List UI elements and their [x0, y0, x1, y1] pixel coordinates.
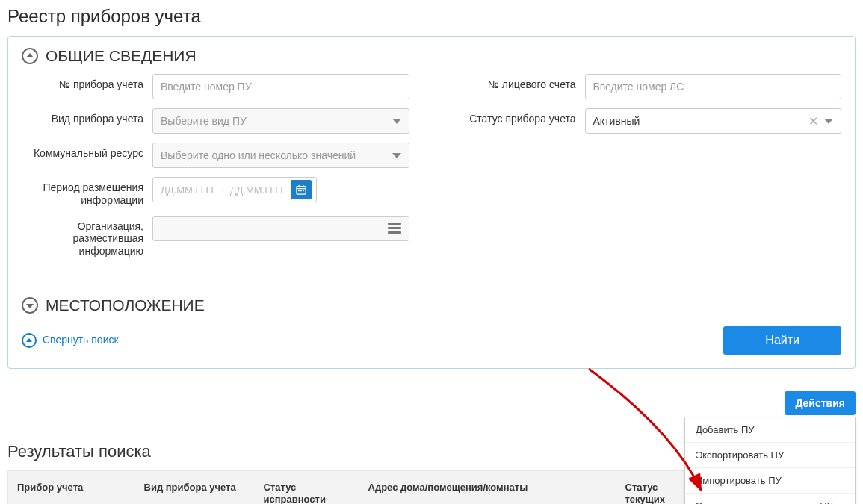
- date-from-placeholder: ДД.ММ.ГГГГ: [161, 184, 217, 196]
- resource-select[interactable]: Выберите одно или несколько значений: [152, 143, 409, 168]
- col-status: Статус исправности: [255, 470, 359, 504]
- label-org: Организация, разместившая информацию: [22, 216, 152, 258]
- section-location-header[interactable]: МЕСТОПОЛОЖЕНИЕ: [22, 296, 841, 314]
- account-no-input[interactable]: [585, 74, 842, 99]
- section-general-title: ОБЩИЕ СВЕДЕНИЯ: [46, 47, 197, 65]
- svg-rect-6: [303, 190, 304, 191]
- chevron-down-icon: [824, 119, 833, 124]
- section-general-header[interactable]: ОБЩИЕ СВЕДЕНИЯ: [22, 47, 841, 65]
- org-select[interactable]: [152, 216, 409, 241]
- actions-dropdown: Добавить ПУ Экспортировать ПУ Импортиров…: [684, 417, 856, 504]
- svg-rect-3: [303, 185, 303, 187]
- chevron-down-icon: [392, 119, 401, 124]
- action-item-import-pu[interactable]: Импортировать ПУ: [685, 468, 855, 494]
- action-item-add-pu[interactable]: Добавить ПУ: [685, 417, 855, 443]
- svg-rect-2: [299, 185, 300, 187]
- chevron-down-icon: [22, 297, 38, 314]
- label-account-no: № лицевого счета: [454, 74, 585, 99]
- panel-footer: Свернуть поиск Найти: [22, 326, 841, 355]
- col-meter-type: Вид прибора учета: [135, 470, 255, 504]
- period-date-range[interactable]: ДД.ММ.ГГГГ - ДД.ММ.ГГГГ: [152, 177, 317, 202]
- label-period: Период размещения информации: [22, 177, 152, 207]
- action-item-export-readings[interactable]: Экспортировать показания ПУ: [685, 494, 855, 504]
- chevron-up-icon: [22, 333, 37, 348]
- chevron-up-icon: [22, 48, 38, 64]
- clear-icon[interactable]: ✕: [808, 114, 818, 128]
- page-title: Реестр приборов учета: [7, 0, 856, 36]
- status-select[interactable]: Активный ✕: [585, 108, 842, 134]
- section-location-title: МЕСТОПОЛОЖЕНИЕ: [46, 296, 205, 314]
- search-button[interactable]: Найти: [723, 326, 841, 355]
- resource-placeholder: Выберите одно или несколько значений: [161, 149, 356, 161]
- search-panel: ОБЩИЕ СВЕДЕНИЯ № прибора учета Вид прибо…: [7, 36, 856, 369]
- svg-rect-5: [300, 190, 302, 191]
- meter-type-placeholder: Выберите вид ПУ: [161, 115, 247, 127]
- actions-bar: Действия Добавить ПУ Экспортировать ПУ И…: [7, 391, 856, 415]
- date-to-placeholder: ДД.ММ.ГГГГ: [230, 184, 286, 196]
- date-dash: -: [221, 184, 225, 196]
- menu-icon: [388, 223, 401, 234]
- col-meter: Прибор учета: [8, 470, 135, 504]
- collapse-search-link-wrap[interactable]: Свернуть поиск: [22, 333, 119, 348]
- status-value: Активный: [593, 115, 640, 127]
- label-resource: Коммунальный ресурс: [22, 143, 152, 168]
- action-item-export-pu[interactable]: Экспортировать ПУ: [685, 443, 855, 468]
- form-grid: № прибора учета Вид прибора учета Выбери…: [22, 74, 841, 267]
- col-address: Адрес дома/помещения/комнаты: [359, 470, 616, 504]
- label-meter-type: Вид прибора учета: [22, 108, 152, 134]
- label-meter-no: № прибора учета: [22, 74, 152, 99]
- svg-rect-4: [298, 190, 300, 191]
- meter-no-input[interactable]: [152, 74, 409, 99]
- label-status: Статус прибора учета: [454, 108, 585, 134]
- calendar-icon[interactable]: [291, 180, 312, 199]
- collapse-search-link[interactable]: Свернуть поиск: [43, 334, 119, 346]
- actions-button[interactable]: Действия: [785, 391, 856, 415]
- chevron-down-icon: [392, 153, 401, 158]
- meter-type-select[interactable]: Выберите вид ПУ: [152, 108, 409, 134]
